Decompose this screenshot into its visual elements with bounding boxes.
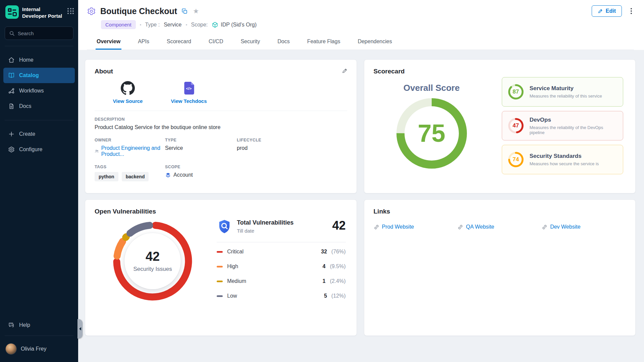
sidebar-item-label: Home bbox=[19, 57, 34, 63]
tab-feature-flags[interactable]: Feature Flags bbox=[306, 34, 341, 50]
dev-website-link[interactable]: Dev Website bbox=[542, 224, 626, 230]
link-icon bbox=[458, 224, 463, 230]
component-gear-icon bbox=[87, 7, 96, 16]
home-icon bbox=[8, 57, 15, 63]
sidebar-item-help[interactable]: ? Help bbox=[3, 317, 75, 333]
cube-icon bbox=[212, 21, 218, 28]
score-ring: 47 bbox=[507, 117, 524, 134]
about-edit-button[interactable] bbox=[341, 67, 348, 74]
tab-dependencies[interactable]: Dependencies bbox=[357, 34, 393, 50]
score-ring: 87 bbox=[507, 83, 524, 100]
divider bbox=[5, 336, 73, 336]
vulnerabilities-donut-chart: 42 Security Issues bbox=[112, 221, 193, 301]
dot-separator bbox=[140, 24, 141, 25]
links-card: Links Prod Website bbox=[364, 199, 636, 336]
entity-kind-badge: Component bbox=[101, 20, 136, 29]
tab-overview[interactable]: Overview bbox=[96, 34, 121, 50]
total-vulnerabilities-count: 42 bbox=[332, 219, 345, 233]
workflow-icon bbox=[8, 87, 15, 94]
vulnerabilities-summary: Total Vulnerabilities Till date 42 Criti… bbox=[211, 219, 347, 303]
app-root: Internal Developer Portal Home bbox=[0, 0, 644, 362]
tab-docs[interactable]: Docs bbox=[276, 34, 290, 50]
favorite-star-button[interactable]: ★ bbox=[192, 7, 200, 15]
plus-icon bbox=[8, 131, 15, 137]
app-switcher-icon[interactable] bbox=[67, 8, 74, 14]
tag-chip: python bbox=[95, 172, 118, 181]
brand-title: Internal Developer Portal bbox=[22, 5, 64, 19]
severity-row-low: Low 5 (12%) bbox=[217, 289, 345, 303]
score-item-security-standards[interactable]: 74 Security Standards Measures how secur… bbox=[502, 145, 623, 174]
tab-cicd[interactable]: CI/CD bbox=[208, 34, 224, 50]
sidebar-item-label: Catalog bbox=[19, 72, 39, 78]
sidebar-item-configure[interactable]: Configure bbox=[3, 142, 75, 157]
copy-icon bbox=[181, 8, 188, 14]
type-value: Service bbox=[164, 22, 181, 28]
view-source-link[interactable]: View Source bbox=[107, 81, 149, 104]
vulnerabilities-card: Open Vulnerabilities 42 Security Issues bbox=[85, 199, 357, 336]
sidebar-item-home[interactable]: Home bbox=[3, 52, 75, 68]
sidebar-item-docs[interactable]: Docs bbox=[3, 99, 75, 114]
tab-bar: Overview APIs Scorecard CI/CD Security D… bbox=[87, 34, 634, 50]
score-item-service-maturity[interactable]: 87 Service Maturity Measures the reliabi… bbox=[502, 77, 623, 107]
page-header: Boutique Checkout ★ Edit bbox=[78, 0, 644, 50]
tab-apis[interactable]: APIs bbox=[137, 34, 150, 50]
score-item-devops[interactable]: 47 DevOps Measures the reliability of th… bbox=[502, 111, 623, 140]
dot-separator bbox=[186, 24, 187, 25]
pencil-icon bbox=[598, 8, 603, 14]
severity-row-critical: Critical 32 (76%) bbox=[217, 244, 345, 259]
view-techdocs-link[interactable]: </> View Techdocs bbox=[168, 81, 210, 104]
sidebar-item-workflows[interactable]: Workflows bbox=[3, 83, 75, 99]
divider bbox=[95, 111, 347, 111]
sidebar-item-label: Docs bbox=[19, 103, 31, 109]
sidebar-item-catalog[interactable]: Catalog bbox=[3, 68, 75, 83]
sidebar-item-label: Workflows bbox=[19, 88, 44, 94]
field-scope: SCOPE Account bbox=[165, 165, 232, 181]
sidebar-item-label: Help bbox=[19, 322, 30, 328]
more-options-button[interactable] bbox=[629, 7, 634, 15]
book-icon bbox=[8, 72, 15, 79]
sidebar-collapse-handle[interactable] bbox=[77, 319, 83, 339]
edit-button[interactable]: Edit bbox=[592, 5, 622, 17]
gear-icon bbox=[8, 146, 15, 153]
overall-score-chart: Overall Score 75 bbox=[374, 83, 490, 169]
divider bbox=[5, 46, 73, 46]
owner-link[interactable]: Product Engineering and Product... bbox=[95, 145, 160, 157]
sidebar-item-label: Configure bbox=[19, 146, 42, 153]
tab-security[interactable]: Security bbox=[239, 34, 261, 50]
about-title: About bbox=[95, 68, 347, 75]
prod-website-link[interactable]: Prod Website bbox=[374, 224, 458, 230]
sidebar: Internal Developer Portal Home bbox=[0, 0, 78, 362]
overall-score-value: 75 bbox=[396, 98, 467, 169]
sidebar-spacer bbox=[0, 157, 78, 317]
high-dash-icon bbox=[217, 266, 223, 267]
help-chat-icon: ? bbox=[8, 322, 15, 328]
account-scope-icon bbox=[165, 172, 171, 178]
field-tags: TAGS python backend bbox=[95, 165, 160, 181]
scope-label: Scope: bbox=[191, 22, 208, 28]
user-name: Olivia Frey bbox=[21, 346, 46, 352]
svg-text:?: ? bbox=[10, 323, 12, 325]
svg-text:</>: </> bbox=[186, 86, 192, 90]
divider bbox=[217, 242, 345, 242]
scope-value: IDP (Sid's Org) bbox=[212, 21, 257, 28]
type-label: Type : bbox=[145, 22, 160, 28]
search-input[interactable] bbox=[18, 31, 85, 36]
severity-row-medium: Medium 1 (2.4%) bbox=[217, 274, 345, 289]
team-icon bbox=[95, 148, 99, 154]
brand-row: Internal Developer Portal bbox=[0, 0, 78, 21]
tag-chip: backend bbox=[122, 172, 149, 181]
copy-name-button[interactable] bbox=[181, 7, 189, 15]
divider bbox=[5, 120, 73, 120]
tab-scorecard[interactable]: Scorecard bbox=[166, 34, 192, 50]
overall-score-label: Overall Score bbox=[404, 83, 460, 93]
brand-logo-icon bbox=[5, 5, 19, 19]
field-description: DESCRIPTION Product Catalog Service for … bbox=[95, 117, 347, 130]
shield-scan-icon bbox=[217, 219, 232, 235]
links-title: Links bbox=[374, 208, 626, 215]
user-menu[interactable]: Olivia Frey bbox=[0, 339, 78, 362]
qa-website-link[interactable]: QA Website bbox=[458, 224, 542, 230]
github-icon bbox=[121, 81, 135, 95]
score-ring: 74 bbox=[507, 151, 524, 168]
sidebar-item-create[interactable]: Create bbox=[3, 126, 75, 142]
low-dash-icon bbox=[217, 295, 223, 297]
